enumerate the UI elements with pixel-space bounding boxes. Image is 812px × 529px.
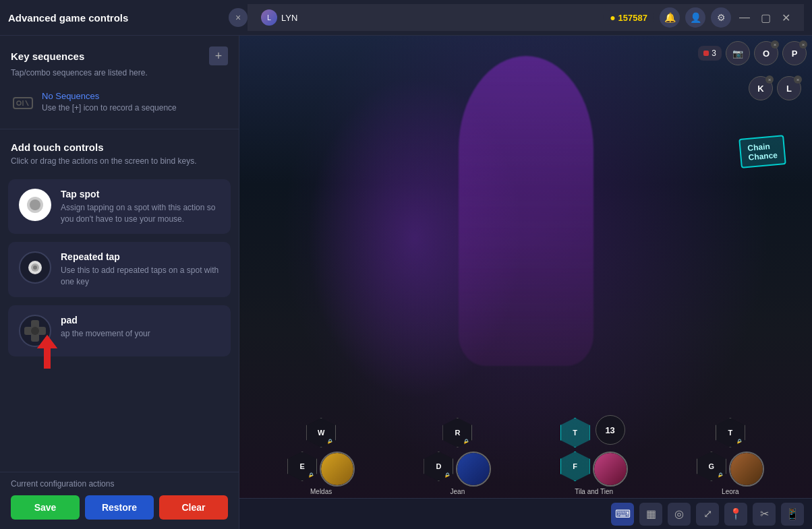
sequence-icon	[11, 91, 35, 115]
jean-row2: D 🔒	[424, 452, 491, 487]
leora-name: Leora	[722, 488, 739, 495]
location-button[interactable]: 📍	[724, 503, 747, 526]
no-sequences-label: No Sequences	[42, 91, 177, 101]
tab-avatar: L	[261, 9, 277, 26]
dpad-icon	[19, 315, 51, 347]
scissors-button[interactable]: ✂	[753, 503, 776, 526]
jean-skills: R 🔒	[442, 418, 472, 447]
dpad-card[interactable]: pad ap the movement of your	[8, 305, 231, 356]
repeated-tap-card[interactable]: Repeated tap Use this to add repeated ta…	[8, 242, 231, 297]
key-sequences-header: Key sequences +	[0, 36, 239, 68]
meldas-portrait	[320, 452, 355, 487]
add-sequence-button[interactable]: +	[209, 46, 228, 65]
expand-button[interactable]: ⤢	[696, 503, 719, 526]
meldas-e-skill[interactable]: E 🔒	[287, 452, 317, 481]
jean-r-skill[interactable]: R 🔒	[442, 418, 472, 447]
jean-d-skill[interactable]: D 🔒	[424, 452, 453, 481]
dpad-name: pad	[61, 315, 150, 325]
keyboard-button[interactable]: ▦	[639, 503, 662, 526]
key-sequences-sub: Tap/combo sequences are listed here.	[0, 68, 239, 86]
tap-spot-text: Tap spot Assign tapping on a spot with t…	[61, 189, 220, 225]
config-actions: Current configuration actions Save Resto…	[0, 472, 239, 529]
maximize-button[interactable]: ▢	[758, 9, 774, 27]
title-bar-left: Advanced game controls ×	[8, 8, 248, 27]
tila-row2: F	[560, 452, 628, 487]
rec-number: 3	[712, 49, 716, 58]
minimize-button[interactable]: —	[736, 9, 753, 26]
no-sequences-text: No Sequences Use the [+] icon to record …	[42, 91, 177, 114]
tab-bar: L LYN ● 157587 🔔 👤 ⚙ — ▢ ✕	[248, 4, 804, 31]
account-button[interactable]: 👤	[685, 7, 705, 28]
config-buttons: Save Restore Clear	[11, 495, 228, 520]
rec-dot	[703, 51, 709, 56]
coin-badge: ● 157587	[603, 10, 654, 25]
tap-spot-desc: Assign tapping on a spot with this actio…	[61, 202, 220, 225]
camera-icon: 📷	[732, 49, 743, 59]
no-sequences-desc: Use the [+] icon to record a sequence	[42, 102, 177, 114]
game-background: ChainChance 3 📷 O ×	[239, 36, 812, 529]
tap-spot-icon	[19, 189, 51, 221]
chain-chance-badge: ChainChance	[738, 135, 786, 168]
meldas-w-skill[interactable]: W 🔒	[306, 418, 336, 447]
tila-portrait	[593, 452, 628, 487]
dpad-text: pad ap the movement of your	[61, 315, 150, 340]
svg-point-8	[33, 266, 37, 270]
bottom-toolbar: ⌨ ▦ ◎ ⤢ 📍 ✂ 📱	[239, 498, 812, 529]
hud-k-button[interactable]: K ×	[749, 76, 773, 100]
tab-name: LYN	[281, 13, 297, 23]
svg-point-5	[30, 199, 40, 210]
hud-o-button[interactable]: O ×	[754, 41, 778, 65]
camera-button[interactable]: 📷	[726, 41, 750, 65]
touch-controls-title: Add touch controls	[0, 132, 239, 156]
tila-t-skill[interactable]: T	[560, 418, 590, 447]
svg-line-3	[26, 100, 28, 106]
hud-l-button[interactable]: L ×	[777, 76, 801, 100]
dpad-desc: ap the movement of your	[61, 328, 150, 340]
game-viewport: ChainChance 3 📷 O ×	[239, 36, 812, 529]
meldas-skills: W 🔒	[306, 418, 336, 447]
jean-portrait	[456, 452, 491, 487]
tila-13-skill[interactable]: 13	[593, 412, 628, 447]
character-body	[459, 56, 593, 366]
tap-spot-card[interactable]: Tap spot Assign tapping on a spot with t…	[8, 179, 231, 235]
char-jean: R 🔒 D 🔒	[424, 418, 491, 495]
coin-icon: ●	[610, 12, 615, 23]
left-panel: Key sequences + Tap/combo sequences are …	[0, 36, 239, 529]
hud-top: 3 📷 O × P × K	[698, 41, 807, 65]
clear-button[interactable]: Clear	[159, 495, 228, 520]
l-close-badge: ×	[794, 75, 802, 84]
window-close-button[interactable]: ✕	[779, 9, 793, 27]
tila-f-skill[interactable]: F	[560, 452, 590, 481]
settings-button[interactable]: ⚙	[711, 7, 731, 28]
char-meldas: W 🔒 E 🔒	[287, 418, 355, 495]
leora-t-skill[interactable]: T 🔒	[716, 418, 745, 447]
topbar-right: ● 157587 🔔 👤 ⚙ — ▢ ✕	[603, 7, 799, 28]
hud-p-button[interactable]: P ×	[782, 41, 807, 65]
notification-button[interactable]: 🔔	[660, 7, 680, 28]
char-tila: T 13 F	[560, 412, 628, 495]
mobile-button[interactable]: 📱	[781, 503, 804, 526]
touch-controls-sub: Click or drag the actions on the screen …	[0, 156, 239, 175]
game-tab[interactable]: L LYN	[253, 7, 306, 28]
leora-portrait	[729, 452, 764, 487]
coin-value: 157587	[618, 13, 647, 23]
tap-spot-name: Tap spot	[61, 189, 220, 199]
target-button[interactable]: ◎	[668, 503, 691, 526]
meldas-row2: E 🔒	[287, 452, 355, 487]
leora-row2: G 🔒	[697, 452, 764, 487]
leora-g-skill[interactable]: G 🔒	[697, 452, 726, 481]
tila-name: Tila and Tien	[575, 488, 613, 495]
main-layout: Key sequences + Tap/combo sequences are …	[0, 36, 812, 529]
close-button[interactable]: ×	[229, 8, 248, 27]
page-title: Advanced game controls	[8, 12, 229, 24]
save-button[interactable]: Save	[11, 495, 80, 520]
restore-button[interactable]: Restore	[85, 495, 154, 520]
record-button[interactable]: 3	[698, 46, 722, 61]
p-close-badge: ×	[799, 40, 807, 49]
repeated-tap-icon	[19, 251, 51, 284]
jean-name: Jean	[451, 488, 465, 495]
keyboard-layout-button[interactable]: ⌨	[611, 503, 634, 526]
no-sequences-box: No Sequences Use the [+] icon to record …	[0, 86, 239, 126]
repeated-tap-text: Repeated tap Use this to add repeated ta…	[61, 251, 220, 288]
k-close-badge: ×	[765, 75, 774, 84]
